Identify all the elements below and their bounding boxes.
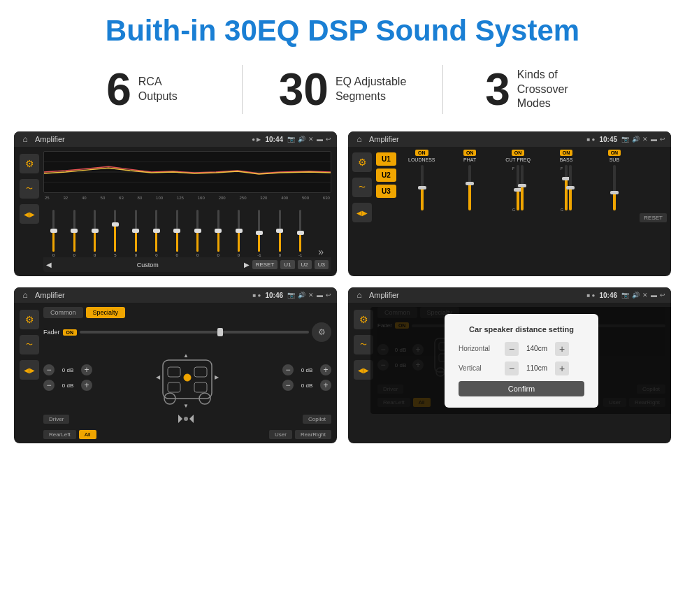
modal-horizontal-value: 140cm: [523, 345, 551, 352]
car-svg-display: ▲ ▼ ◀ ▶: [98, 346, 277, 409]
crossover-reset-btn[interactable]: RESET: [640, 213, 667, 222]
phat-label: PHAT: [463, 157, 476, 162]
channel-phat: ON PHAT: [447, 150, 493, 222]
fader-dots: ■ ●: [253, 292, 261, 299]
freq-160: 160: [198, 196, 205, 200]
eq-slider-13[interactable]: -1: [291, 210, 309, 257]
vol-fr-minus[interactable]: −: [282, 364, 294, 375]
cross-u1-btn[interactable]: U1: [376, 152, 396, 166]
fader-filter-btn[interactable]: ⚙: [20, 310, 39, 329]
fader-copilot-btn[interactable]: Copilot: [303, 415, 331, 424]
home-icon[interactable]: ⌂: [20, 134, 31, 145]
cross-speaker-btn[interactable]: ◀▶: [352, 203, 372, 222]
eq-speaker-btn[interactable]: ◀▶: [20, 204, 39, 224]
cross-filter-btn[interactable]: ⚙: [352, 152, 372, 172]
eq-slider-9[interactable]: 0: [209, 210, 226, 257]
modal-horizontal-minus[interactable]: −: [505, 342, 519, 356]
crossover-home-icon[interactable]: ⌂: [354, 134, 365, 145]
fader-home-icon[interactable]: ⌂: [20, 289, 31, 301]
modal-vertical-minus[interactable]: −: [505, 361, 519, 375]
eq-u1-btn[interactable]: U1: [280, 260, 294, 269]
eq-reset-btn[interactable]: RESET: [252, 260, 278, 269]
svg-point-17: [184, 417, 188, 421]
fader-rearright-btn[interactable]: RearRight: [295, 430, 331, 439]
distance-modal-box: Car speaker distance setting Horizontal …: [445, 314, 598, 408]
fader-driver-btn[interactable]: Driver: [43, 415, 69, 424]
fader-speaker-btn[interactable]: ◀▶: [20, 360, 39, 380]
cross-wave-btn[interactable]: 〜: [352, 178, 372, 197]
sub-slider[interactable]: [613, 165, 616, 210]
cutfreq-slider-1[interactable]: [517, 165, 519, 210]
eq-slider-8[interactable]: 0: [189, 210, 206, 257]
eq-u2-btn[interactable]: U2: [298, 260, 312, 269]
fader-screen-title: Amplifier: [35, 291, 249, 299]
loudness-on-badge[interactable]: ON: [415, 150, 428, 156]
fader-wave-btn[interactable]: 〜: [20, 335, 39, 354]
eq-slider-2[interactable]: 0: [65, 210, 82, 257]
eq-expand-btn[interactable]: »: [312, 246, 329, 257]
eq-slider-5[interactable]: 0: [127, 210, 145, 257]
svg-text:▲: ▲: [183, 352, 189, 359]
vol-rl-value: 0 dB: [57, 382, 78, 389]
back-icon[interactable]: ↩: [326, 136, 331, 143]
distance-time: 10:46: [599, 292, 617, 299]
vol-rl-minus[interactable]: −: [43, 380, 55, 391]
modal-horizontal-plus[interactable]: +: [555, 342, 569, 356]
loudness-slider[interactable]: [421, 165, 424, 210]
fader-user-btn[interactable]: User: [269, 430, 292, 439]
eq-u3-btn[interactable]: U3: [315, 260, 329, 269]
modal-confirm-button[interactable]: Confirm: [459, 381, 584, 396]
vol-fl-minus[interactable]: −: [43, 364, 55, 375]
sub-on-badge[interactable]: ON: [608, 150, 621, 156]
vol-fr-plus[interactable]: +: [320, 364, 331, 375]
modal-vertical-row: Vertical − 110cm +: [459, 361, 584, 375]
vol-rr-minus[interactable]: −: [282, 380, 294, 391]
fader-all-btn[interactable]: All: [79, 430, 96, 439]
distance-back-icon[interactable]: ↩: [660, 292, 665, 299]
eq-slider-11[interactable]: -1: [250, 210, 268, 257]
distance-screen-card: ⌂ Amplifier ■ ● 10:46 📷 🔊 ✕ ▬ ↩ ⚙ 〜 ◀▶: [348, 287, 671, 443]
stat-eq: 30 EQ AdjustableSegments: [243, 67, 442, 112]
fader-sidebar: ⚙ 〜 ◀▶: [20, 307, 39, 439]
cross-u3-btn[interactable]: U3: [376, 185, 396, 198]
fader-tab-common[interactable]: Common: [43, 307, 83, 318]
fader-rearleft-btn[interactable]: RearLeft: [43, 430, 76, 439]
cutfreq-slider-2[interactable]: [521, 165, 524, 210]
distance-home-icon[interactable]: ⌂: [354, 289, 365, 301]
phat-on-badge[interactable]: ON: [463, 150, 477, 156]
freq-125: 125: [177, 196, 184, 200]
cross-u2-btn[interactable]: U2: [376, 169, 396, 182]
modal-vertical-plus[interactable]: +: [555, 361, 569, 375]
fader-back-icon[interactable]: ↩: [326, 292, 331, 299]
eq-slider-3[interactable]: 0: [86, 210, 103, 257]
bass-on-badge[interactable]: ON: [560, 150, 573, 156]
vol-fr-value: 0 dB: [296, 367, 317, 373]
eq-next-btn[interactable]: ▶: [244, 261, 250, 268]
bass-slider-2[interactable]: [569, 165, 572, 210]
fader-on-toggle[interactable]: ON: [63, 329, 78, 336]
fader-settings-icon[interactable]: ⚙: [312, 322, 331, 342]
fader-x-icon: ✕: [308, 292, 314, 299]
fader-camera-icon: 📷: [287, 292, 295, 299]
eq-filter-btn[interactable]: ⚙: [20, 154, 39, 173]
eq-slider-7[interactable]: 0: [168, 210, 186, 257]
fader-tab-specialty[interactable]: Specialty: [86, 307, 126, 318]
cutfreq-on-badge[interactable]: ON: [512, 150, 525, 156]
phat-slider[interactable]: [468, 165, 471, 210]
eq-slider-4[interactable]: 5: [106, 210, 124, 257]
fader-slider[interactable]: [80, 331, 309, 334]
vol-fl-plus[interactable]: +: [81, 364, 92, 375]
vol-rl-plus[interactable]: +: [81, 380, 92, 391]
cutfreq-label: CUT FREQ: [505, 157, 531, 162]
crossover-back-icon[interactable]: ↩: [660, 136, 665, 143]
volume-col-right: − 0 dB + − 0 dB +: [282, 364, 331, 391]
eq-slider-1[interactable]: 0: [45, 210, 62, 257]
eq-slider-12[interactable]: 0: [271, 210, 289, 257]
eq-wave-btn[interactable]: 〜: [20, 179, 39, 199]
eq-slider-10[interactable]: 0: [230, 210, 247, 257]
vol-rr-plus[interactable]: +: [320, 380, 331, 391]
eq-slider-6[interactable]: 0: [147, 210, 165, 257]
stat-eq-number: 30: [279, 67, 329, 112]
distance-screen-title: Amplifier: [369, 291, 583, 299]
eq-prev-btn[interactable]: ◀: [46, 261, 52, 268]
